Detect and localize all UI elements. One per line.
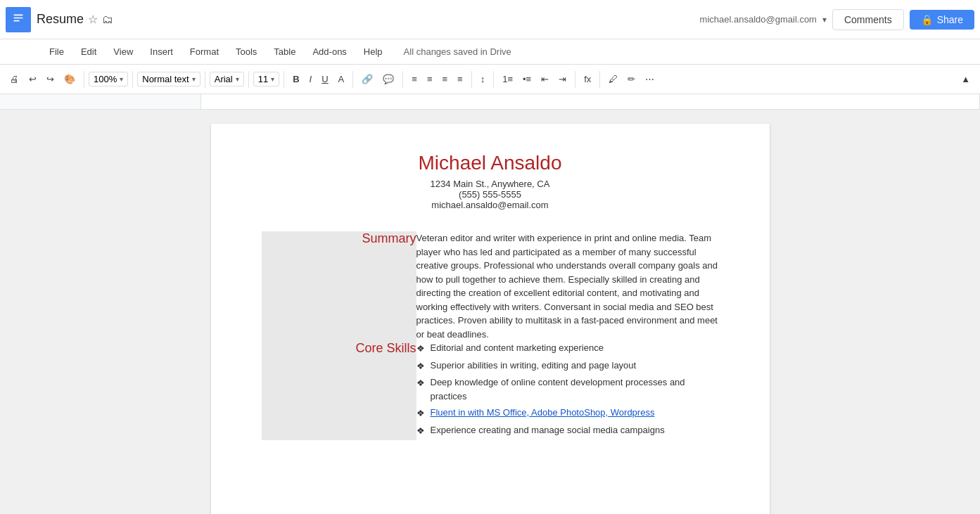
folder-icon[interactable]: 🗂 xyxy=(102,13,113,26)
bold-button[interactable]: B xyxy=(288,71,303,87)
highlight-button[interactable]: 🖊 xyxy=(604,71,622,87)
resume-name: Michael Ansaldo xyxy=(262,152,719,174)
bullet-icon: ❖ xyxy=(416,359,425,373)
share-button[interactable]: 🔒 Share xyxy=(910,10,974,30)
lock-icon: 🔒 xyxy=(921,14,933,25)
skills-label: Core Skills xyxy=(355,341,416,355)
skills-label-cell: Core Skills xyxy=(262,341,416,440)
list-item: ❖ Deep knowledge of online content devel… xyxy=(416,375,719,403)
toolbar-divider-10 xyxy=(575,71,575,88)
print-button[interactable]: 🖨 xyxy=(6,71,23,87)
font-dropdown[interactable]: Arial ▾ xyxy=(210,72,244,86)
bullet-icon: ❖ xyxy=(416,342,425,356)
top-bar: Resume ☆ 🗂 michael.ansaldo@gmail.com ▾ C… xyxy=(0,0,980,39)
zoom-chevron-icon: ▾ xyxy=(120,75,123,83)
toolbar-divider-9 xyxy=(493,71,494,88)
resume-table: Summary Veteran editor and writer with e… xyxy=(262,231,719,440)
bullet-icon: ❖ xyxy=(416,424,425,438)
align-left-button[interactable]: ≡ xyxy=(407,71,421,87)
summary-content-cell: Veteran editor and writer with experienc… xyxy=(416,231,719,341)
paint-format-button[interactable]: 🎨 xyxy=(60,71,79,87)
list-item: ❖ Experience creating and manage social … xyxy=(416,423,719,438)
document-area[interactable]: Michael Ansaldo 1234 Main St., Anywhere,… xyxy=(0,110,980,514)
menu-bar: File Edit View Insert Format Tools Table… xyxy=(0,39,980,65)
ruler-bar xyxy=(201,94,980,109)
toolbar-divider-4 xyxy=(248,71,249,88)
summary-label: Summary xyxy=(362,231,416,245)
toolbar-divider-6 xyxy=(352,71,353,88)
align-center-button[interactable]: ≡ xyxy=(423,71,437,87)
size-dropdown[interactable]: 11 ▾ xyxy=(253,72,279,86)
menu-view[interactable]: View xyxy=(106,44,140,60)
share-label: Share xyxy=(937,14,963,25)
increase-indent-button[interactable]: ⇥ xyxy=(554,71,571,87)
svg-rect-2 xyxy=(13,20,19,21)
toolbar-divider-1 xyxy=(84,71,84,88)
size-chevron-icon: ▾ xyxy=(271,75,274,83)
table-row: Summary Veteran editor and writer with e… xyxy=(262,231,719,341)
app-icon xyxy=(6,7,31,32)
numbered-list-button[interactable]: 1≡ xyxy=(498,71,517,87)
menu-table[interactable]: Table xyxy=(267,44,303,60)
zoom-dropdown[interactable]: 100% ▾ xyxy=(89,72,128,86)
decrease-indent-button[interactable]: ⇤ xyxy=(537,71,553,87)
align-right-button[interactable]: ≡ xyxy=(438,71,452,87)
toolbar: 🖨 ↩ ↪ 🎨 100% ▾ Normal text ▾ Arial ▾ 11 … xyxy=(0,65,980,94)
list-item: ❖ Editorial and content marketing experi… xyxy=(416,341,719,356)
underline-button[interactable]: U xyxy=(317,71,332,87)
svg-rect-1 xyxy=(13,17,23,18)
link-button[interactable]: 🔗 xyxy=(357,71,377,87)
summary-content: Veteran editor and writer with experienc… xyxy=(416,233,718,340)
svg-rect-0 xyxy=(13,14,23,15)
bullet-icon: ❖ xyxy=(416,406,425,420)
size-value: 11 xyxy=(258,74,268,84)
resume-header: Michael Ansaldo 1234 Main St., Anywhere,… xyxy=(262,152,719,210)
line-spacing-button[interactable]: ↕ xyxy=(476,71,490,87)
bulleted-list-button[interactable]: •≡ xyxy=(518,71,535,87)
menu-file[interactable]: File xyxy=(42,44,71,60)
menu-help[interactable]: Help xyxy=(357,44,390,60)
zoom-value: 100% xyxy=(94,74,117,84)
italic-button[interactable]: I xyxy=(305,71,317,87)
skill-link-text[interactable]: Fluent in with MS Office, Adobe PhotoSho… xyxy=(431,406,655,420)
formula-button[interactable]: fx xyxy=(580,71,595,87)
menu-addons[interactable]: Add-ons xyxy=(305,44,353,60)
summary-label-cell: Summary xyxy=(262,231,416,341)
style-dropdown[interactable]: Normal text ▾ xyxy=(137,72,200,86)
align-justify-button[interactable]: ≡ xyxy=(453,71,467,87)
toolbar-divider-8 xyxy=(471,71,472,88)
dropdown-arrow-icon[interactable]: ▾ xyxy=(822,15,827,25)
redo-button[interactable]: ↪ xyxy=(42,71,58,87)
star-icon[interactable]: ☆ xyxy=(88,13,98,26)
page: Michael Ansaldo 1234 Main St., Anywhere,… xyxy=(211,124,770,514)
undo-button[interactable]: ↩ xyxy=(25,71,41,87)
skill-text: Editorial and content marketing experien… xyxy=(431,341,604,355)
list-item: ❖ Fluent in with MS Office, Adobe PhotoS… xyxy=(416,406,719,420)
table-row: Core Skills ❖ Editorial and content mark… xyxy=(262,341,719,440)
skill-text: Superior abilities in writing, editing a… xyxy=(431,359,637,373)
font-chevron-icon: ▾ xyxy=(236,75,239,83)
menu-tools[interactable]: Tools xyxy=(229,44,264,60)
bullet-icon: ❖ xyxy=(416,376,425,390)
skill-text: Experience creating and manage social me… xyxy=(431,423,665,437)
font-value: Arial xyxy=(215,74,233,84)
comments-button[interactable]: Comments xyxy=(832,9,904,30)
menu-insert[interactable]: Insert xyxy=(143,44,180,60)
skills-content-cell: ❖ Editorial and content marketing experi… xyxy=(416,341,719,440)
list-item: ❖ Superior abilities in writing, editing… xyxy=(416,359,719,373)
text-color-button[interactable]: A xyxy=(334,71,349,87)
menu-edit[interactable]: Edit xyxy=(74,44,103,60)
pen-button[interactable]: ✏ xyxy=(623,71,639,87)
user-email: michael.ansaldo@gmail.com xyxy=(700,14,817,25)
toolbar-divider-7 xyxy=(402,71,403,88)
top-right-actions: michael.ansaldo@gmail.com ▾ Comments 🔒 S… xyxy=(700,9,974,30)
toolbar-divider-3 xyxy=(205,71,205,88)
collapse-toolbar-button[interactable]: ▲ xyxy=(957,71,974,87)
doc-title[interactable]: Resume xyxy=(37,12,84,27)
resume-email: michael.ansaldo@email.com xyxy=(262,200,719,210)
resume-phone: (555) 555-5555 xyxy=(262,189,719,200)
comment-inline-button[interactable]: 💬 xyxy=(378,71,398,87)
menu-format[interactable]: Format xyxy=(183,44,226,60)
toolbar-divider-11 xyxy=(599,71,600,88)
more-button[interactable]: ⋯ xyxy=(641,71,658,87)
